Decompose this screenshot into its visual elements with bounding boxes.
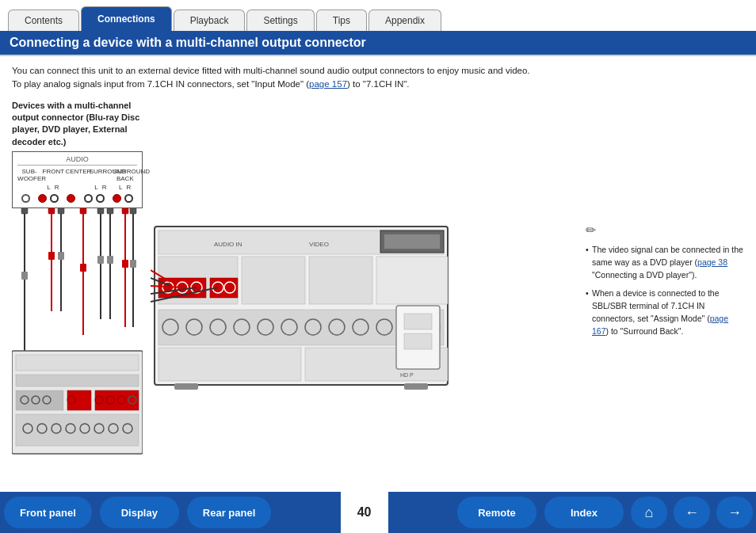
connector-box: AUDIO SUB-WOOFER FRONT CENTER SURROUND S… (12, 151, 143, 208)
bottom-navigation: Front panel Display Rear panel 40 Remote… (0, 492, 756, 533)
connector-row-labels: SUB-WOOFER FRONT CENTER SURROUND SURROUN… (17, 168, 137, 182)
center-connector (67, 194, 75, 203)
surround-back-lr: L R (119, 184, 131, 191)
svg-text:HD P: HD P (400, 372, 414, 378)
surround-back-r: R (126, 184, 131, 191)
front-l-connector (38, 194, 47, 203)
tab-settings[interactable]: Settings (246, 10, 314, 31)
svg-text:AUDIO IN: AUDIO IN (214, 241, 242, 248)
svg-point-35 (95, 396, 103, 404)
note2-text: ) to "Surround Back". (606, 326, 684, 336)
note2-pre: When a device is connected to the SBL/SB… (592, 288, 720, 323)
page-title: Connecting a device with a multi-channel… (0, 31, 756, 56)
svg-rect-53 (242, 257, 305, 304)
connectors-row (17, 192, 137, 204)
rear-panel-button[interactable]: Rear panel (187, 497, 271, 528)
svg-rect-19 (80, 264, 86, 272)
svg-rect-9 (48, 208, 55, 214)
svg-text:VIDEO: VIDEO (309, 241, 329, 248)
svg-rect-89 (404, 333, 432, 349)
svg-rect-80 (174, 383, 198, 390)
device-section: Devices with a multi-channel output conn… (12, 100, 574, 465)
surround-l: L (94, 184, 97, 191)
back-button[interactable]: ← (674, 497, 710, 528)
intro-line2: To play analog signals input from 7.1CH … (12, 79, 309, 89)
svg-rect-25 (16, 355, 139, 371)
svg-rect-22 (122, 260, 128, 268)
svg-rect-12 (97, 208, 104, 214)
tab-appendix[interactable]: Appendix (368, 10, 441, 31)
svg-rect-14 (122, 208, 128, 214)
forward-button[interactable]: → (716, 497, 753, 528)
front-r-connector (50, 194, 59, 203)
surround-lr: L R (94, 184, 106, 191)
center-space (71, 184, 82, 191)
surround-back-l-connector (113, 194, 121, 203)
page-number: 40 (341, 492, 388, 533)
svg-rect-8 (21, 208, 28, 214)
note-1: The video signal can be connected in the… (586, 244, 744, 281)
receiver-diagram: AUDIO IN VIDEO OUTPUT (151, 187, 574, 465)
svg-rect-23 (130, 260, 136, 268)
svg-rect-13 (107, 208, 113, 214)
intro-text: You can connect this unit to an external… (12, 64, 574, 92)
tab-contents[interactable]: Contents (8, 10, 79, 31)
svg-rect-16 (21, 272, 28, 280)
label-surround-back: SURROUNDBACK (113, 168, 137, 182)
svg-rect-11 (80, 208, 86, 214)
svg-rect-21 (107, 256, 113, 264)
connector-lr-labels: L R L R L R (17, 184, 137, 191)
svg-rect-30 (16, 414, 139, 446)
cable-diagram-svg (12, 208, 143, 462)
remote-button[interactable]: Remote (457, 497, 536, 528)
page157-link[interactable]: page 157 (309, 79, 347, 89)
surround-back-r-connector (124, 194, 133, 203)
right-section: ✏ The video signal can be connected in t… (586, 64, 744, 468)
subwoofer-connector (21, 194, 30, 203)
pencil-icon: ✏ (586, 223, 744, 238)
front-r: R (55, 184, 59, 191)
svg-rect-15 (130, 208, 136, 214)
note1-text: "Connecting a DVD player"). (592, 270, 697, 280)
front-l: L (47, 184, 50, 191)
svg-rect-10 (58, 208, 64, 214)
svg-rect-81 (404, 383, 428, 390)
svg-rect-79 (384, 234, 440, 249)
page38-link[interactable]: page 38 (697, 257, 727, 267)
tab-playback[interactable]: Playback (174, 10, 246, 31)
svg-rect-54 (309, 257, 372, 304)
intro-line1: You can connect this unit to an external… (12, 66, 530, 75)
receiver-svg: AUDIO IN VIDEO OUTPUT (151, 187, 468, 424)
notes-text: The video signal can be connected in the… (586, 244, 744, 337)
svg-rect-17 (48, 252, 55, 260)
svg-rect-88 (404, 314, 432, 329)
device-label: Devices with a multi-channel output conn… (12, 100, 143, 149)
left-section: You can connect this unit to an external… (12, 64, 574, 468)
home-button[interactable]: ⌂ (631, 497, 667, 528)
main-content: You can connect this unit to an external… (0, 56, 756, 476)
surround-r-connector (96, 194, 105, 203)
tab-connections[interactable]: Connections (81, 6, 172, 31)
svg-rect-26 (16, 375, 139, 386)
surround-back-l: L (119, 184, 122, 191)
svg-point-36 (106, 396, 114, 404)
audio-label: AUDIO (17, 155, 137, 166)
display-button[interactable]: Display (100, 497, 179, 528)
navigation-tabs: Contents Connections Playback Settings T… (0, 0, 756, 31)
surround-r: R (102, 184, 107, 191)
note-2: When a device is connected to the SBL/SB… (586, 287, 744, 337)
front-lr: L R (47, 184, 59, 191)
index-button[interactable]: Index (544, 497, 624, 528)
bottom-nav-right: Remote Index ⌂ ← → (453, 492, 756, 533)
label-subwoofer: SUB-WOOFER (17, 168, 41, 182)
front-panel-button[interactable]: Front panel (4, 497, 92, 528)
device-label-box: Devices with a multi-channel output conn… (12, 100, 143, 465)
label-surround: SURROUND (90, 168, 113, 182)
surround-l-connector (84, 194, 93, 203)
svg-rect-20 (97, 256, 104, 264)
tab-tips[interactable]: Tips (316, 10, 367, 31)
svg-rect-18 (58, 252, 64, 260)
bottom-nav-left: Front panel Display Rear panel (0, 492, 275, 533)
svg-point-34 (67, 396, 75, 404)
svg-rect-55 (376, 257, 448, 304)
